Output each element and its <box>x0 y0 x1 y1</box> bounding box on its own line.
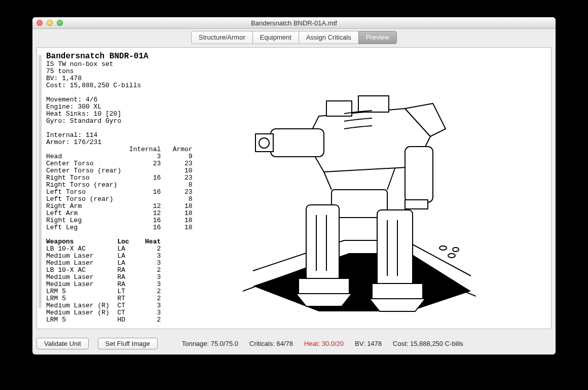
set-fluff-image-button[interactable]: Set Fluff Image <box>98 338 158 349</box>
app-window: Bandersnatch BNDR-01A.mtf Structure/Armo… <box>32 17 556 354</box>
close-icon[interactable] <box>36 20 43 26</box>
svg-point-19 <box>439 246 447 250</box>
svg-rect-5 <box>306 205 339 281</box>
svg-line-10 <box>324 172 332 190</box>
svg-marker-4 <box>370 299 425 311</box>
status-cost: Cost: 15,888,250 C-bills <box>393 340 463 347</box>
status-criticals: Criticals: 64/78 <box>249 340 293 347</box>
traffic-lights <box>32 20 63 26</box>
svg-marker-7 <box>296 294 352 306</box>
svg-rect-15 <box>405 200 428 209</box>
tab-structure-armor[interactable]: Structure/Armor <box>191 31 252 44</box>
validate-button[interactable]: Validate Unit <box>36 338 89 349</box>
status-heat: Heat: 30.0/20 <box>304 340 344 347</box>
preview-pane: Bandersnatch BNDR-01A IS TW non-box set … <box>36 47 552 329</box>
titlebar: Bandersnatch BNDR-01A.mtf <box>32 17 556 29</box>
svg-rect-14 <box>405 147 433 202</box>
status-bar: Validate Unit Set Fluff Image Tonnage: 7… <box>32 332 556 354</box>
svg-point-21 <box>453 247 459 252</box>
status-tonnage: Tonnage: 75.0/75.0 <box>182 340 238 347</box>
svg-point-20 <box>448 254 455 258</box>
svg-point-18 <box>259 138 269 148</box>
svg-rect-3 <box>372 283 423 299</box>
svg-rect-6 <box>299 278 349 294</box>
zoom-icon[interactable] <box>57 20 63 26</box>
minimize-icon[interactable] <box>47 20 53 26</box>
scrollbar[interactable] <box>39 55 42 308</box>
status-bv: BV: 1478 <box>355 340 382 347</box>
svg-line-11 <box>387 168 395 190</box>
svg-rect-16 <box>271 129 324 157</box>
tab-assign-criticals[interactable]: Assign Criticals <box>299 31 358 44</box>
svg-rect-2 <box>377 210 413 286</box>
svg-rect-13 <box>358 96 389 112</box>
svg-marker-0 <box>253 253 471 311</box>
tab-strip: Structure/ArmorEquipmentAssign Criticals… <box>32 29 556 47</box>
window-title: Bandersnatch BNDR-01A.mtf <box>32 19 556 27</box>
svg-rect-12 <box>326 101 352 116</box>
mech-illustration <box>238 48 551 329</box>
tab-equipment[interactable]: Equipment <box>252 31 299 44</box>
stat-sheet: Bandersnatch BNDR-01A IS TW non-box set … <box>37 48 238 329</box>
tab-preview[interactable]: Preview <box>358 31 397 44</box>
